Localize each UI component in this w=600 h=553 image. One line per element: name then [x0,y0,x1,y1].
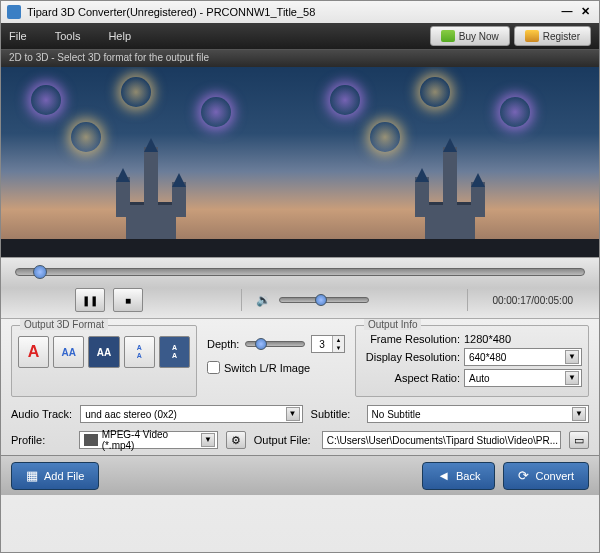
switch-lr-label: Switch L/R Image [224,362,310,374]
switch-lr-checkbox[interactable] [207,361,220,374]
format-sbs-full-button[interactable]: AA [88,336,119,368]
time-display: 00:00:17/00:05:00 [482,293,583,308]
key-icon [525,30,539,42]
aspect-ratio-label: Aspect Ratio: [362,372,464,384]
seek-slider[interactable] [15,268,585,276]
output-file-field[interactable]: C:\Users\User\Documents\Tipard Studio\Vi… [322,431,561,449]
window-title: Tipard 3D Converter(Unregistered) - PRCO… [27,6,315,18]
depth-thumb[interactable] [255,338,267,350]
playback-controls: ❚❚ ■ 🔉 00:00:17/00:05:00 [1,257,599,318]
info-group-title: Output Info [364,319,421,330]
convert-button[interactable]: ⟳ Convert [503,462,589,490]
frame-res-label: Frame Resolution: [362,333,464,345]
audio-track-label: Audio Track: [11,408,72,420]
volume-icon: 🔉 [256,293,271,307]
menu-tools[interactable]: Tools [55,30,81,42]
format-tb-half-button[interactable]: AA [124,336,155,368]
buy-now-button[interactable]: Buy Now [430,26,510,46]
depth-up[interactable]: ▲ [333,336,344,344]
audio-track-combo[interactable]: und aac stereo (0x2) ▼ [80,405,302,423]
back-arrow-icon: ◄ [437,468,450,483]
display-res-combo[interactable]: 640*480 ▼ [464,348,582,366]
format-group-title: Output 3D Format [20,319,108,330]
depth-input[interactable] [312,336,332,352]
video-format-icon [84,434,98,446]
profile-settings-button[interactable]: ⚙ [226,431,246,449]
video-preview [1,67,599,257]
output-info-group: Output Info Frame Resolution: 1280*480 D… [355,325,589,397]
footer-bar: ▦ Add File ◄ Back ⟳ Convert [1,455,599,495]
display-res-label: Display Resolution: [362,351,464,363]
format-anaglyph-button[interactable]: A [18,336,49,368]
back-button[interactable]: ◄ Back [422,462,495,490]
subtitle-combo[interactable]: No Subtitle ▼ [367,405,589,423]
depth-label: Depth: [207,338,239,350]
format-tb-full-button[interactable]: AA [159,336,190,368]
hint-bar: 2D to 3D - Select 3D format for the outp… [1,49,599,67]
subtitle-label: Subtitle: [311,408,359,420]
depth-spinner[interactable]: ▲▼ [311,335,345,353]
title-bar: Tipard 3D Converter(Unregistered) - PRCO… [1,1,599,23]
gear-icon: ⚙ [231,434,241,446]
volume-slider[interactable] [279,297,369,303]
chevron-down-icon[interactable]: ▼ [201,433,215,447]
cart-icon [441,30,455,42]
seek-thumb[interactable] [33,265,47,279]
browse-output-button[interactable]: ▭ [569,431,589,449]
add-file-icon: ▦ [26,468,38,483]
app-icon [7,5,21,19]
chevron-down-icon[interactable]: ▼ [565,350,579,364]
menu-help[interactable]: Help [108,30,131,42]
chevron-down-icon[interactable]: ▼ [286,407,300,421]
frame-res-value: 1280*480 [464,333,582,345]
convert-icon: ⟳ [518,468,529,483]
aspect-ratio-combo[interactable]: Auto ▼ [464,369,582,387]
register-button[interactable]: Register [514,26,591,46]
format-sbs-half-button[interactable]: AA [53,336,84,368]
depth-down[interactable]: ▼ [333,344,344,352]
menu-file[interactable]: File [9,30,27,42]
profile-combo[interactable]: MPEG-4 Video (*.mp4) ▼ [79,431,218,449]
stop-button[interactable]: ■ [113,288,143,312]
output-file-label: Output File: [254,434,314,446]
depth-slider[interactable] [245,341,305,347]
minimize-button[interactable]: — [559,5,575,19]
close-button[interactable]: ✕ [577,5,593,19]
settings-panel: Output 3D Format A AA AA AA AA Depth: ▲▼ [1,318,599,455]
profile-label: Profile: [11,434,71,446]
pause-button[interactable]: ❚❚ [75,288,105,312]
chevron-down-icon[interactable]: ▼ [572,407,586,421]
folder-icon: ▭ [574,434,584,446]
add-file-button[interactable]: ▦ Add File [11,462,99,490]
menu-bar: File Tools Help Buy Now Register [1,23,599,49]
output-3d-format-group: Output 3D Format A AA AA AA AA [11,325,197,397]
chevron-down-icon[interactable]: ▼ [565,371,579,385]
depth-column: Depth: ▲▼ Switch L/R Image [207,325,345,397]
volume-thumb[interactable] [315,294,327,306]
